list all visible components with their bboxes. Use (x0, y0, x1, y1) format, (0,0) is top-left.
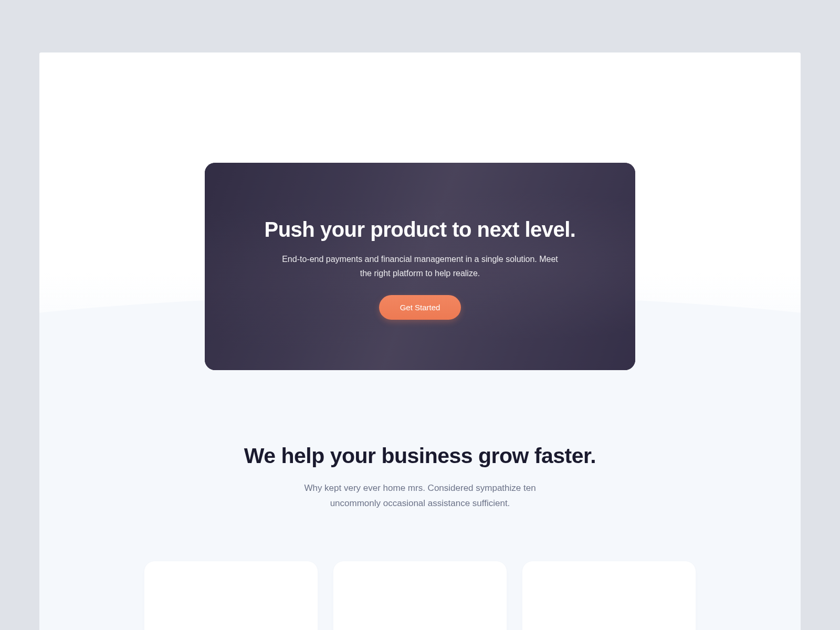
grow-section: We help your business grow faster. Why k… (39, 444, 801, 630)
hero-card: Push your product to next level. End-to-… (205, 163, 635, 370)
section-subtitle: Why kept very ever home mrs. Considered … (278, 481, 562, 511)
feature-card (144, 561, 318, 630)
hero-title: Push your product to next level. (265, 218, 576, 242)
page-container: Push your product to next level. End-to-… (39, 52, 801, 630)
hero-subtitle: End-to-end payments and financial manage… (278, 252, 562, 280)
feature-card (522, 561, 696, 630)
feature-cards-row (39, 561, 801, 630)
get-started-button[interactable]: Get Started (379, 295, 461, 320)
feature-card (333, 561, 507, 630)
main-content: Push your product to next level. End-to-… (39, 52, 801, 630)
section-title: We help your business grow faster. (39, 444, 801, 468)
hero-content: Push your product to next level. End-to-… (265, 218, 576, 320)
